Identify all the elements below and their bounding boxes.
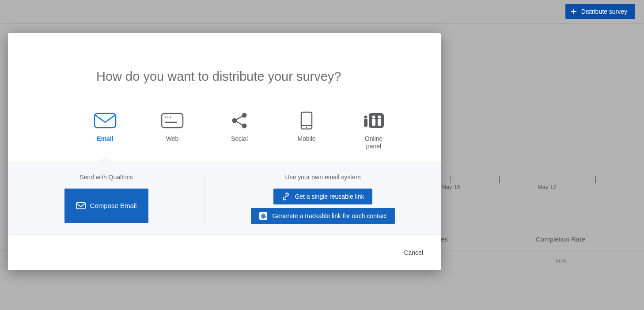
- axis-tick: [547, 176, 547, 183]
- svg-rect-20: [378, 119, 381, 126]
- web-icon: [161, 112, 184, 129]
- svg-point-17: [372, 116, 375, 119]
- distribute-survey-label: Distribute survey: [581, 8, 627, 15]
- link-icon: [281, 192, 290, 201]
- own-email-heading: Use your own email system: [285, 174, 360, 181]
- social-icon: [231, 112, 248, 129]
- fingerprint-icon: [259, 212, 268, 220]
- svg-point-6: [170, 117, 171, 118]
- svg-rect-18: [372, 119, 375, 126]
- single-reusable-link-button[interactable]: Get a single reusable link: [273, 189, 372, 204]
- svg-point-15: [306, 127, 307, 128]
- distribute-survey-button[interactable]: Distribute survey: [565, 4, 635, 19]
- axis-tick: [595, 176, 596, 183]
- email-icon: [94, 112, 117, 129]
- svg-rect-16: [369, 113, 384, 128]
- svg-rect-2: [95, 113, 116, 128]
- svg-line-12: [236, 121, 242, 125]
- svg-point-5: [167, 117, 169, 118]
- send-with-qualtrics-heading: Send with Qualtrics: [80, 174, 133, 181]
- tab-label: Mobile: [297, 135, 315, 143]
- svg-line-11: [236, 116, 242, 120]
- axis-tick-label: May 15: [441, 184, 460, 190]
- svg-rect-3: [162, 113, 183, 128]
- trackable-link-button[interactable]: Generate a trackable link for each conta…: [251, 208, 394, 224]
- svg-rect-23: [76, 203, 85, 209]
- axis-tick-label: May 17: [538, 184, 557, 190]
- trackable-link-label: Generate a trackable link for each conta…: [272, 212, 386, 219]
- tab-online-panel[interactable]: Online panel: [360, 112, 387, 150]
- online-panel-icon: [363, 112, 385, 129]
- send-with-qualtrics-column: Send with Qualtrics Compose Email: [8, 174, 205, 224]
- mobile-icon: [300, 112, 313, 129]
- tab-label: Social: [231, 135, 248, 143]
- compose-email-label: Compose Email: [90, 202, 137, 209]
- axis-tick: [451, 176, 451, 183]
- modal-footer: Cancel: [8, 235, 441, 270]
- modal-title: How do you want to distribute your surve…: [8, 33, 441, 84]
- axis-tick: [499, 176, 500, 183]
- plus-icon: [570, 8, 578, 15]
- truncated-stat-label: es: [441, 235, 448, 243]
- svg-point-10: [242, 124, 247, 129]
- tab-web[interactable]: Web: [159, 112, 186, 150]
- tab-label: Online panel: [358, 135, 389, 150]
- page-header: Distribute survey: [0, 0, 644, 23]
- distribute-modal: How do you want to distribute your surve…: [8, 33, 441, 270]
- tab-mobile[interactable]: Mobile: [293, 112, 320, 150]
- tab-email[interactable]: Email: [92, 112, 118, 150]
- svg-point-21: [364, 116, 367, 119]
- tab-label: Web: [166, 135, 179, 143]
- completion-rate-value: N/A: [556, 257, 567, 265]
- cancel-button[interactable]: Cancel: [404, 249, 423, 256]
- completion-rate-label: Completion Rate: [536, 235, 585, 243]
- svg-rect-13: [301, 112, 312, 129]
- single-reusable-link-label: Get a single reusable link: [295, 193, 364, 200]
- svg-point-4: [165, 117, 166, 118]
- email-options-panel: Send with Qualtrics Compose Email Use yo…: [8, 162, 441, 235]
- tab-label: Email: [97, 135, 113, 143]
- svg-rect-22: [364, 119, 367, 127]
- envelope-icon: [76, 202, 86, 209]
- tab-social[interactable]: Social: [226, 112, 253, 150]
- own-email-column: Use your own email system Get a single r…: [205, 174, 441, 224]
- svg-point-9: [232, 118, 237, 123]
- distribution-tabs: Email Web: [8, 84, 441, 162]
- svg-point-19: [378, 116, 381, 119]
- compose-email-button[interactable]: Compose Email: [64, 189, 148, 223]
- svg-point-8: [242, 113, 247, 118]
